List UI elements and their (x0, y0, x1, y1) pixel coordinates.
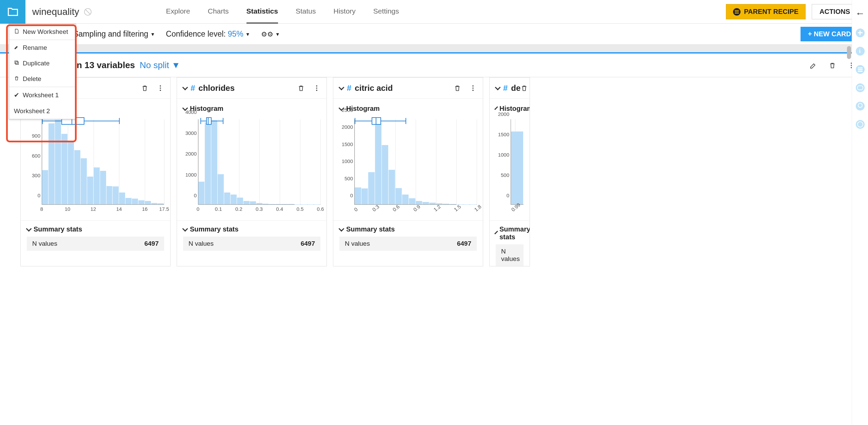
tab-settings[interactable]: Settings (373, 0, 399, 24)
caret-down-icon: ▼ (275, 32, 280, 37)
trash-icon[interactable] (520, 84, 528, 92)
x-tick: 16 (142, 206, 148, 212)
more-icon[interactable] (313, 84, 320, 92)
summary-label: Summary stats (34, 225, 82, 233)
x-tick: 0.4 (276, 206, 283, 212)
boxplot (355, 117, 477, 125)
clock-icon[interactable] (856, 120, 865, 129)
bar (119, 193, 125, 204)
more-icon[interactable] (157, 84, 164, 92)
y-tick: 1000 (182, 171, 197, 177)
bar (74, 150, 80, 204)
bar (375, 123, 381, 204)
variable-card: # citric acid Histogram05001000150020002… (333, 77, 483, 266)
menu-worksheet-2[interactable]: ✔ Worksheet 2 (9, 103, 76, 119)
bar (511, 131, 523, 204)
x-tick: 0.9 (412, 204, 421, 212)
tab-explore[interactable]: Explore (166, 0, 190, 24)
new-card-button[interactable]: + NEW CARD (801, 27, 859, 41)
tab-history[interactable]: History (334, 0, 356, 24)
tab-charts[interactable]: Charts (208, 0, 229, 24)
chat-icon[interactable] (856, 83, 865, 92)
nvalues-label: N values (32, 240, 57, 247)
folder-icon[interactable] (0, 0, 25, 24)
nvalues-value: 6497 (144, 240, 159, 247)
confidence-label: Confidence level: (166, 29, 225, 39)
bar (389, 170, 395, 204)
bar (151, 203, 157, 204)
chevron-down-icon[interactable] (339, 226, 344, 231)
sampling-dropdown[interactable]: Sampling and filtering ▼ (73, 29, 155, 39)
bar (198, 182, 204, 204)
x-tick: 17.5 (159, 206, 169, 212)
back-arrow-icon[interactable]: ← (855, 8, 865, 19)
numeric-type-icon: # (191, 83, 195, 93)
chevron-down-icon[interactable] (495, 84, 501, 90)
bar (402, 195, 409, 204)
summary-label: Summary stats (499, 225, 530, 241)
svg-point-7 (316, 87, 317, 89)
svg-point-5 (160, 89, 161, 91)
chevron-down-icon[interactable] (182, 226, 188, 231)
menu-rename[interactable]: Rename (9, 40, 76, 56)
bar (48, 123, 55, 204)
svg-point-9 (472, 85, 474, 86)
bar (218, 174, 224, 204)
x-tick: 12 (91, 206, 96, 212)
parent-recipe-button[interactable]: PARENT RECIPE (726, 4, 806, 19)
user-icon[interactable] (856, 102, 865, 110)
chevron-down-icon[interactable] (494, 106, 498, 110)
chevron-down-icon[interactable] (494, 231, 498, 235)
bar (205, 122, 211, 204)
bar (361, 188, 368, 204)
edit-icon[interactable] (810, 62, 817, 69)
x-tick: 0.1 (215, 206, 222, 212)
scrollbar-thumb[interactable] (847, 46, 851, 59)
summary-label: Summary stats (190, 225, 238, 233)
split-label: No split (140, 60, 169, 70)
tab-status[interactable]: Status (296, 0, 316, 24)
bar (61, 134, 67, 204)
list-icon[interactable] (856, 65, 865, 74)
bar (42, 170, 48, 204)
x-tick: 1.5 (453, 204, 462, 212)
variable-name: de (511, 83, 520, 93)
trash-icon[interactable] (829, 62, 836, 69)
tab-statistics[interactable]: Statistics (246, 0, 278, 24)
y-tick: 2500 (338, 107, 353, 113)
analysis-header: te analysis on 13 variables No split ▼ (0, 54, 868, 77)
bar (87, 177, 93, 204)
chevron-down-icon[interactable] (339, 84, 344, 90)
y-tick: 300 (25, 173, 40, 178)
bar (450, 204, 456, 205)
x-tick: 0.6 (317, 206, 324, 212)
bar (382, 145, 388, 204)
pencil-icon (14, 44, 19, 52)
info-icon[interactable] (856, 47, 865, 56)
summary-label: Summary stats (346, 225, 395, 233)
menu-duplicate[interactable]: Duplicate (9, 56, 76, 71)
actions-button[interactable]: ACTIONS (812, 4, 858, 19)
more-icon[interactable] (469, 84, 477, 92)
menu-delete[interactable]: Delete (9, 71, 76, 87)
x-tick: 1.8 (473, 204, 482, 212)
bar (81, 158, 87, 204)
menu-new-worksheet[interactable]: New Worksheet (9, 24, 76, 40)
chevron-down-icon[interactable] (26, 226, 32, 231)
variable-card: # chlorides Histogram01000200030004000 0… (177, 77, 327, 266)
split-dropdown[interactable]: No split ▼ (140, 60, 180, 70)
bar (237, 198, 243, 204)
trash-icon[interactable] (297, 84, 305, 92)
settings-cogs-dropdown[interactable]: ⚙⚙ ▼ (261, 30, 280, 38)
worksheet-menu: New Worksheet Rename Duplicate Delete ✔ … (9, 24, 76, 119)
y-tick: 2000 (182, 151, 197, 157)
trash-icon[interactable] (141, 84, 149, 92)
menu-worksheet-1[interactable]: ✔ Worksheet 1 (9, 87, 76, 103)
menu-ws2-label: Worksheet 2 (14, 107, 50, 115)
bar (269, 204, 275, 204)
confidence-dropdown[interactable]: Confidence level: 95% ▼ (166, 29, 250, 39)
chevron-down-icon[interactable] (182, 84, 188, 90)
plus-icon[interactable] (856, 28, 865, 37)
trash-icon[interactable] (454, 84, 461, 92)
bar (132, 199, 138, 205)
